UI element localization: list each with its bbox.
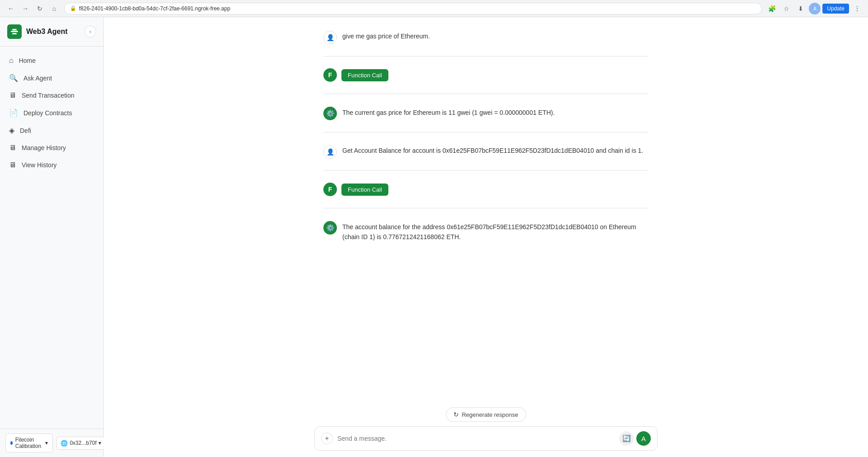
wallet-chevron-icon: ▾ xyxy=(98,440,101,446)
agent-text-1: The current gas price for Ethereum is 11… xyxy=(342,106,555,118)
wallet-selector[interactable]: 🌐 0x32...b70f ▾ xyxy=(56,437,105,450)
sidebar-footer: Filecoin Calibration ▾ 🌐 0x32...b70f ▾ xyxy=(0,429,103,457)
function-call-button-1[interactable]: Function Call xyxy=(341,69,388,81)
voice-input-button[interactable]: 🔄 xyxy=(619,431,634,446)
sidebar-item-ask-agent[interactable]: 🔍 Ask Agent xyxy=(4,69,100,87)
manage-history-icon: 🖥 xyxy=(9,144,16,152)
sidebar-collapse-button[interactable]: ‹ xyxy=(84,26,96,38)
network-label: Filecoin Calibration xyxy=(15,437,43,449)
defi-icon: ◈ xyxy=(9,126,14,135)
sidebar-item-defi[interactable]: ◈ Defi xyxy=(4,122,100,139)
browser-bar: ← → ↻ ⌂ 🔒 f826-2401-4900-1cb8-bd0a-54dc-… xyxy=(0,0,868,17)
function-badge-1: F xyxy=(323,68,337,82)
chat-input-container: + 🔄 A xyxy=(314,426,658,451)
search-icon: 🔍 xyxy=(9,74,18,82)
network-chevron-icon: ▾ xyxy=(45,440,48,446)
divider-5 xyxy=(323,208,649,208)
profile-avatar[interactable]: A xyxy=(809,3,821,14)
sidebar-item-send-transaction[interactable]: 🖥 Send Transacetion xyxy=(4,87,100,104)
extensions-button[interactable]: 🧩 xyxy=(765,2,778,15)
app-container: Web3 Agent ‹ ⌂ Home 🔍 Ask Agent 🖥 Send T… xyxy=(0,17,868,457)
sidebar-title: Web3 Agent xyxy=(26,28,68,36)
chat-bottom: ↻ Regenerate response + 🔄 A xyxy=(104,403,868,457)
home-icon: ⌂ xyxy=(9,57,14,65)
regenerate-label: Regenerate response xyxy=(462,411,518,418)
user-text-1: give me gas price of Ethereum. xyxy=(342,30,430,41)
sidebar-item-home-label: Home xyxy=(19,57,36,64)
divider-2 xyxy=(323,94,649,94)
sidebar-item-deploy-contracts[interactable]: 📄 Deploy Contracts xyxy=(4,104,100,122)
function-call-button-2[interactable]: Function Call xyxy=(341,184,388,196)
home-browser-button[interactable]: ⌂ xyxy=(48,2,61,15)
chat-messages: 👤 give me gas price of Ethereum. F Funct… xyxy=(314,26,658,246)
back-button[interactable]: ← xyxy=(5,2,17,15)
network-selector[interactable]: Filecoin Calibration ▾ xyxy=(5,433,53,452)
input-right-buttons: 🔄 A xyxy=(619,431,651,446)
agent-icon-2: ⚙️ xyxy=(326,224,335,232)
chat-area: 👤 give me gas price of Ethereum. F Funct… xyxy=(104,17,868,403)
sidebar-item-ask-agent-label: Ask Agent xyxy=(23,75,52,82)
browser-actions: 🧩 ☆ ⬇ A Update ⋮ xyxy=(765,2,863,15)
sidebar-item-send-transaction-label: Send Transacetion xyxy=(22,92,75,99)
svg-rect-0 xyxy=(11,31,18,32)
divider-4 xyxy=(323,170,649,171)
wallet-label: 0x32...b70f xyxy=(70,440,96,446)
sidebar-item-defi-label: Defi xyxy=(20,127,31,134)
sidebar: Web3 Agent ‹ ⌂ Home 🔍 Ask Agent 🖥 Send T… xyxy=(0,17,104,457)
sidebar-item-view-history[interactable]: 🖥 View History xyxy=(4,156,100,174)
agent-message-2: ⚙️ The account balance for the address 0… xyxy=(323,217,649,246)
function-badge-2: F xyxy=(323,183,337,196)
sidebar-item-manage-history[interactable]: 🖥 Manage History xyxy=(4,139,100,156)
reload-button[interactable]: ↻ xyxy=(33,2,46,15)
send-button[interactable]: A xyxy=(636,431,651,446)
function-call-row-1: F Function Call xyxy=(323,65,649,85)
user-message-1: 👤 give me gas price of Ethereum. xyxy=(323,26,649,48)
network-dot xyxy=(10,441,13,445)
sidebar-header: Web3 Agent ‹ xyxy=(0,17,103,47)
view-history-icon: 🖥 xyxy=(9,161,16,169)
agent-icon-1: ⚙️ xyxy=(326,109,335,118)
user-avatar-2: 👤 xyxy=(323,145,337,159)
bookmark-button[interactable]: ☆ xyxy=(780,2,793,15)
url-text: f826-2401-4900-1cb8-bd0a-54dc-7cf-2fae-6… xyxy=(79,5,230,12)
sidebar-nav: ⌂ Home 🔍 Ask Agent 🖥 Send Transacetion 📄… xyxy=(0,47,103,429)
update-button[interactable]: Update xyxy=(822,4,849,14)
chat-input[interactable] xyxy=(337,435,615,442)
sidebar-item-deploy-contracts-label: Deploy Contracts xyxy=(23,109,72,117)
agent-avatar-1: ⚙️ xyxy=(323,107,337,120)
sidebar-item-view-history-label: View History xyxy=(22,161,57,169)
function-call-row-2: F Function Call xyxy=(323,179,649,200)
agent-message-1: ⚙️ The current gas price for Ethereum is… xyxy=(323,102,649,124)
forward-button[interactable]: → xyxy=(19,2,32,15)
sidebar-item-home[interactable]: ⌂ Home xyxy=(4,52,100,69)
sidebar-item-manage-history-label: Manage History xyxy=(22,144,66,151)
menu-button[interactable]: ⋮ xyxy=(851,2,863,15)
download-button[interactable]: ⬇ xyxy=(794,2,807,15)
regenerate-icon: ↻ xyxy=(453,411,459,418)
add-attachment-button[interactable]: + xyxy=(321,433,333,444)
nav-buttons: ← → ↻ ⌂ xyxy=(5,2,61,15)
app-logo xyxy=(7,24,22,39)
lock-icon: 🔒 xyxy=(70,5,76,11)
user-avatar-1: 👤 xyxy=(323,31,337,44)
divider-3 xyxy=(323,132,649,132)
svg-rect-1 xyxy=(12,29,17,30)
regenerate-button[interactable]: ↻ Regenerate response xyxy=(446,407,526,422)
user-icon: 👤 xyxy=(327,34,334,41)
wallet-globe-icon: 🌐 xyxy=(61,440,68,447)
user-icon-2: 👤 xyxy=(327,148,334,155)
agent-avatar-2: ⚙️ xyxy=(323,221,337,235)
svg-rect-2 xyxy=(12,33,17,34)
user-text-2: Get Account Balance for account is 0x61e… xyxy=(342,144,643,155)
deploy-icon: 📄 xyxy=(9,108,18,117)
user-message-2: 👤 Get Account Balance for account is 0x6… xyxy=(323,141,649,162)
divider-1 xyxy=(323,56,649,57)
main-content: 👤 give me gas price of Ethereum. F Funct… xyxy=(104,17,868,457)
address-bar[interactable]: 🔒 f826-2401-4900-1cb8-bd0a-54dc-7cf-2fae… xyxy=(64,3,762,14)
agent-text-2: The account balance for the address 0x61… xyxy=(342,220,649,242)
transaction-icon: 🖥 xyxy=(9,91,16,99)
